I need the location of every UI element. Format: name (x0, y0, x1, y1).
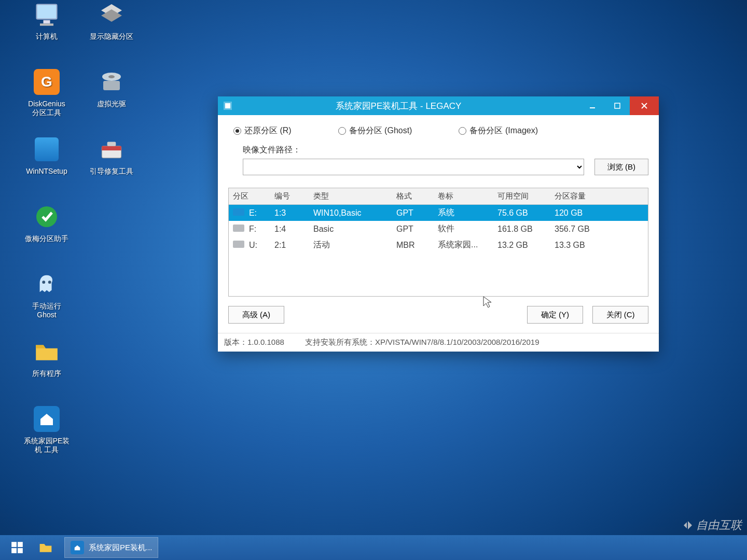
taskbar-item-pe-installer[interactable]: 系统家园PE装机... (64, 537, 158, 558)
col-label[interactable]: 卷标 (434, 188, 493, 205)
desktop-icon-computer[interactable]: 计算机 (16, 0, 78, 41)
radio-dot-icon (459, 127, 466, 135)
col-type[interactable]: 类型 (309, 188, 392, 205)
window-title: 系统家园PE装机工具 - LEGACY (238, 100, 580, 112)
diskgenius-icon: G (32, 67, 61, 96)
partition-icon (97, 0, 126, 29)
close-button[interactable] (630, 96, 659, 115)
svg-rect-17 (615, 103, 620, 108)
advanced-button[interactable]: 高级 (A) (228, 306, 284, 324)
desktop-icon-boot-repair[interactable]: 引导修复工具 (80, 135, 143, 176)
radio-backup-imagex[interactable]: 备份分区 (Imagex) (459, 125, 538, 136)
support-text: 支持安装所有系统：XP/VISTA/WIN7/8/8.1/10/2003/200… (305, 338, 653, 347)
table-row[interactable]: F:1:4BasicGPT软件161.8 GB356.7 GB (229, 221, 648, 237)
toolbox-icon (97, 135, 126, 164)
version-text: 版本：1.0.0.1088 (224, 338, 284, 347)
svg-rect-0 (37, 5, 57, 19)
radio-label: 备份分区 (Ghost) (349, 125, 412, 136)
svg-point-6 (108, 75, 115, 78)
desktop-icon-aomei[interactable]: 傲梅分区助手 (16, 202, 78, 243)
titlebar[interactable]: 系统家园PE装机工具 - LEGACY (218, 96, 659, 115)
mode-radio-group: 还原分区 (R) 备份分区 (Ghost) 备份分区 (Imagex) (228, 121, 648, 144)
desktop-icon-label: 所有程序 (16, 369, 78, 378)
svg-rect-15 (225, 103, 230, 108)
drive-icon (233, 241, 244, 248)
col-free[interactable]: 可用空间 (493, 188, 550, 205)
ghost-icon (32, 270, 61, 299)
desktop-icon-label: DiskGenius 分区工具 (16, 100, 78, 117)
aomei-icon (32, 202, 61, 231)
desktop-icon-virtual-cd[interactable]: 虚拟光驱 (80, 67, 143, 108)
folder-icon (32, 337, 61, 366)
svg-point-13 (48, 281, 51, 284)
watermark: 自由互联 (682, 517, 742, 533)
radio-backup-ghost[interactable]: 备份分区 (Ghost) (338, 125, 412, 136)
desktop-icon-label: 显示隐藏分区 (80, 32, 143, 41)
pe-installer-icon (70, 540, 85, 555)
pe-installer-window: 系统家园PE装机工具 - LEGACY 还原分区 (R) 备份分区 (Ghost… (218, 96, 659, 352)
svg-rect-22 (11, 548, 17, 553)
desktop-icon-label: 傲梅分区助手 (16, 234, 78, 243)
svg-rect-21 (18, 542, 23, 547)
svg-rect-9 (102, 146, 121, 150)
svg-rect-7 (103, 81, 120, 90)
svg-rect-10 (107, 142, 116, 146)
computer-icon (32, 0, 61, 29)
col-number[interactable]: 编号 (270, 188, 309, 205)
app-icon (222, 100, 233, 111)
svg-rect-2 (40, 23, 53, 25)
radio-dot-icon (233, 127, 241, 135)
browse-button[interactable]: 浏览 (B) (594, 159, 648, 175)
drive-icon (233, 208, 244, 216)
radio-dot-icon (338, 127, 346, 135)
svg-point-12 (42, 281, 45, 284)
table-row[interactable]: U:2:1活动MBR系统家园...13.2 GB13.3 GB (229, 237, 648, 253)
pe-installer-icon (32, 404, 61, 433)
col-capacity[interactable]: 分区容量 (550, 188, 648, 205)
taskbar-item-explorer[interactable] (33, 537, 62, 558)
partition-table: 分区 编号 类型 格式 卷标 可用空间 分区容量 E:1:3WIN10,Basi… (228, 188, 648, 297)
col-partition[interactable]: 分区 (229, 188, 270, 205)
drive-icon (233, 225, 244, 232)
svg-rect-1 (44, 20, 50, 24)
cd-drive-icon (97, 67, 126, 96)
radio-label: 还原分区 (R) (244, 125, 292, 136)
window-footer: 版本：1.0.0.1088 支持安装所有系统：XP/VISTA/WIN7/8/8… (218, 333, 659, 352)
radio-label: 备份分区 (Imagex) (469, 125, 538, 136)
svg-rect-23 (18, 548, 23, 553)
desktop-icon-label: 虚拟光驱 (80, 100, 143, 108)
desktop-icon-label: 计算机 (16, 32, 78, 41)
folder-icon (38, 540, 53, 555)
desktop-icon-label: WinNTSetup (16, 167, 78, 176)
minimize-button[interactable] (580, 96, 605, 115)
desktop-icon-diskgenius[interactable]: G DiskGenius 分区工具 (16, 67, 78, 117)
desktop-icon-label: 系统家园PE装 机 工具 (16, 437, 78, 454)
winntsetup-icon (32, 135, 61, 164)
taskbar-item-label: 系统家园PE装机... (89, 543, 153, 553)
table-row[interactable]: E:1:3WIN10,BasicGPT系统75.6 GB120 GB (229, 205, 648, 221)
cancel-button[interactable]: 关闭 (C) (592, 306, 648, 324)
radio-restore-partition[interactable]: 还原分区 (R) (233, 125, 292, 136)
svg-rect-20 (11, 542, 17, 547)
taskbar: 系统家园PE装机... (0, 535, 747, 560)
desktop-icon-winntsetup[interactable]: WinNTSetup (16, 135, 78, 176)
desktop-icon-ghost[interactable]: 手动运行 Ghost (16, 270, 78, 319)
maximize-button[interactable] (605, 96, 630, 115)
image-path-select[interactable] (243, 159, 584, 175)
desktop-icon-label: 手动运行 Ghost (16, 302, 78, 319)
ok-button[interactable]: 确定 (Y) (527, 306, 583, 324)
image-path-label: 映像文件路径： (243, 145, 648, 156)
col-format[interactable]: 格式 (392, 188, 434, 205)
start-button[interactable] (3, 537, 31, 558)
desktop-icon-show-hidden[interactable]: 显示隐藏分区 (80, 0, 143, 41)
desktop-icon-pe-installer[interactable]: 系统家园PE装 机 工具 (16, 404, 78, 454)
desktop-icon-label: 引导修复工具 (80, 167, 143, 176)
desktop-icon-all-programs[interactable]: 所有程序 (16, 337, 78, 378)
